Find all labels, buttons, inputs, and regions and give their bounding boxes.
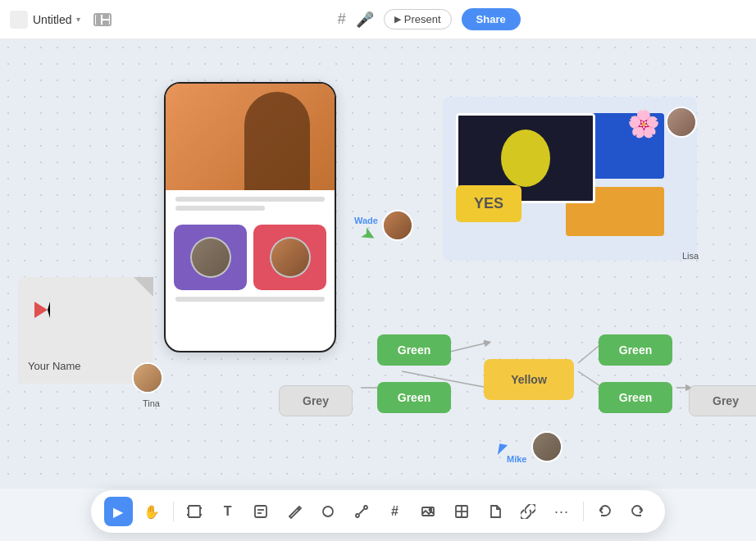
tina-avatar-face — [134, 364, 162, 392]
svg-point-18 — [356, 514, 359, 517]
phone-line-1 — [175, 197, 325, 202]
phone-cards — [166, 225, 335, 290]
green-bl-label: Green — [398, 391, 430, 404]
paper-fold-icon — [134, 277, 153, 297]
tina-label: Tina — [143, 398, 160, 408]
microphone-icon[interactable]: 🎤 — [356, 11, 374, 29]
phone-text-lines — [166, 190, 335, 221]
pen-tool-button[interactable] — [280, 497, 309, 526]
card-avatar-2 — [270, 237, 311, 278]
hand-tool-button[interactable]: ✋ — [138, 497, 166, 526]
grid-tool-button[interactable]: # — [380, 497, 409, 526]
green-tr-label: Green — [619, 343, 652, 357]
present-label: Present — [404, 13, 441, 25]
phone-line-2 — [175, 206, 265, 211]
hashtag-icon[interactable]: # — [338, 11, 346, 28]
text-tool-button[interactable]: T — [213, 497, 242, 526]
mike-avatar-face — [533, 433, 561, 461]
sticky-tool-button[interactable] — [247, 497, 276, 526]
layout-icon[interactable] — [93, 13, 112, 26]
doc-tool-button[interactable] — [480, 497, 509, 526]
toolbar-divider-1 — [173, 502, 174, 521]
yellow-node-label: Yellow — [511, 373, 547, 386]
paper-document[interactable]: Your Name Tina — [18, 277, 153, 384]
avatar-face-2 — [271, 239, 309, 276]
redo-button[interactable] — [623, 497, 652, 526]
link-tool-button[interactable] — [514, 497, 543, 526]
node-green-topleft[interactable]: Green — [377, 334, 451, 366]
grey-right-label: Grey — [713, 394, 739, 407]
node-yellow[interactable]: Yellow — [484, 359, 574, 400]
lisa-avatar — [666, 107, 697, 138]
paper-play-icon — [34, 302, 50, 318]
topbar: Untitled ▾ # 🎤 ▶ Present Share — [0, 0, 756, 39]
phone-card-purple — [174, 225, 247, 290]
app-icon — [10, 11, 28, 29]
mike-label: Mike — [507, 454, 526, 464]
image-tool-button[interactable] — [414, 497, 443, 526]
yellow-balloon — [501, 130, 550, 187]
svg-rect-0 — [96, 15, 101, 25]
present-button[interactable]: ▶ Present — [384, 9, 452, 30]
mike-avatar — [531, 431, 562, 462]
toolbar: ▶ ✋ T # — [91, 490, 665, 533]
yes-badge: YES — [456, 185, 521, 222]
canvas: Your Name Tina YES 🌸 Lisa Lisa Wade ➤ — [0, 39, 756, 489]
connector-tool-button[interactable] — [347, 497, 376, 526]
undo-button[interactable] — [590, 497, 618, 526]
shape-tool-button[interactable] — [314, 497, 343, 526]
phone-mockup — [164, 82, 336, 352]
present-play-icon: ▶ — [394, 14, 401, 25]
grey-left-label: Grey — [303, 394, 329, 407]
node-green-bottomleft[interactable]: Green — [377, 382, 451, 413]
svg-rect-2 — [102, 20, 109, 25]
flower-icon: 🌸 — [627, 108, 660, 139]
share-button[interactable]: Share — [462, 8, 521, 30]
node-green-bottomright[interactable]: Green — [599, 382, 672, 413]
figure-silhouette — [244, 92, 310, 190]
phone-bottom-lines — [166, 290, 335, 312]
node-green-topright[interactable]: Green — [599, 334, 672, 366]
table-tool-button[interactable] — [448, 497, 476, 526]
green-tl-label: Green — [398, 343, 430, 357]
tina-avatar — [132, 362, 163, 393]
lisa-name-label: Lisa — [682, 251, 699, 261]
avatar-face-1 — [192, 239, 230, 276]
select-tool-button[interactable]: ▶ — [104, 497, 133, 526]
svg-rect-9 — [189, 506, 200, 517]
card-avatar-1 — [190, 237, 231, 278]
wade-avatar — [382, 210, 413, 241]
node-grey-right[interactable]: Grey — [689, 385, 756, 416]
wade-avatar-face — [384, 211, 412, 239]
paper-label: Your Name — [28, 360, 81, 372]
more-tools-button[interactable]: ··· — [548, 497, 576, 526]
svg-point-21 — [430, 509, 432, 511]
phone-hero-image — [166, 84, 335, 190]
yes-label: YES — [474, 195, 503, 212]
lisa-avatar-face — [667, 108, 695, 136]
svg-point-17 — [323, 507, 333, 516]
phone-card-red — [253, 225, 326, 290]
image-collection: YES 🌸 Lisa — [443, 97, 697, 261]
toolbar-divider-2 — [583, 502, 584, 521]
svg-rect-1 — [102, 15, 109, 19]
frame-tool-button[interactable] — [180, 497, 209, 526]
green-br-label: Green — [619, 391, 652, 404]
title-chevron-icon[interactable]: ▾ — [76, 15, 80, 24]
document-title[interactable]: Untitled — [33, 13, 71, 26]
svg-rect-14 — [255, 506, 266, 517]
node-grey-left[interactable]: Grey — [279, 385, 353, 416]
svg-point-19 — [364, 506, 367, 509]
topbar-left: Untitled ▾ — [10, 11, 112, 29]
topbar-center: # 🎤 ▶ Present Share — [112, 8, 746, 30]
phone-line-3 — [175, 297, 325, 302]
